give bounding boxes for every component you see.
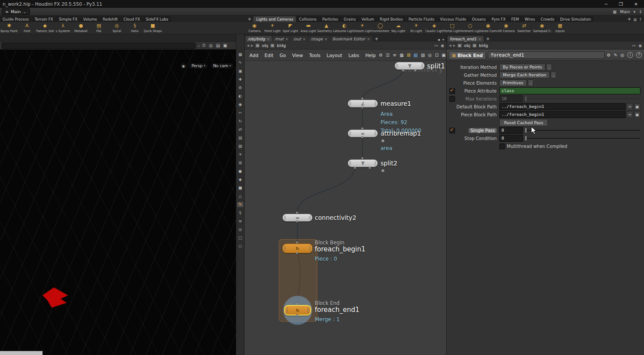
tree-view-icon[interactable]: ☰ <box>386 53 390 57</box>
pane-layout-icon[interactable]: ▦ <box>237 52 243 57</box>
tab-close-icon[interactable]: × <box>285 37 288 41</box>
connector-dot[interactable] <box>361 136 363 138</box>
shelf-tab[interactable]: Oceans <box>470 16 489 22</box>
sky-light-tool[interactable]: ☁ Sky Light <box>389 22 407 34</box>
shelf-help-icon[interactable]: ? <box>639 18 641 22</box>
prim-snap-icon[interactable]: ◆ <box>237 177 243 182</box>
tools-wrench-icon[interactable]: ⚙ <box>379 53 383 57</box>
connector-dot[interactable] <box>354 167 356 169</box>
shelf-tab[interactable]: Vellum <box>359 16 377 22</box>
search-icon[interactable]: ◎ <box>620 53 624 57</box>
paint-tool-icon[interactable]: ✎ <box>237 202 243 207</box>
connector-dot[interactable] <box>296 220 298 222</box>
shelf-tab[interactable]: Particle Fluids <box>406 16 437 22</box>
pane-split-icon[interactable]: ▪ <box>438 38 440 42</box>
shelf-tab[interactable]: Rigid Bodies <box>377 16 406 22</box>
tab-close-icon[interactable]: × <box>267 37 270 41</box>
connector-dot[interactable] <box>369 167 371 169</box>
network-canvas[interactable]: Geometry Y split1 ∠ <box>245 61 446 355</box>
shelf-tab[interactable]: Drive Simulation <box>558 16 594 22</box>
iteration-method-dropdown[interactable]: By Pieces or Points <box>499 64 545 71</box>
reset-view-icon[interactable]: ↻ <box>237 118 243 124</box>
max-iterations-checkbox[interactable] <box>449 96 455 102</box>
tab-close-icon[interactable]: × <box>324 37 327 41</box>
gi-light-tool[interactable]: ☀ GI Light <box>407 22 425 34</box>
connector-dot[interactable] <box>361 106 363 108</box>
gamepad-camera-tool[interactable]: ◉ Gamepad Camera <box>533 22 551 34</box>
volume-light-tool[interactable]: ◐ Volume Light <box>335 22 353 34</box>
node-split1[interactable]: Y <box>395 62 425 70</box>
normal-display-icon[interactable]: △ <box>237 194 243 199</box>
back-icon[interactable]: ◀ <box>449 44 451 47</box>
shelf-tab[interactable]: Particles <box>320 16 341 22</box>
view-set-icon[interactable]: ① <box>202 43 206 48</box>
dropdown-arrow-icon[interactable]: ⌄ <box>528 79 534 86</box>
frame-all-icon[interactable]: ⊡ <box>435 53 438 57</box>
op-jump-icon[interactable]: ↪ <box>626 103 633 110</box>
gear-presets-icon[interactable]: ⚙ <box>607 53 611 57</box>
forward-icon[interactable]: ▶ <box>251 44 253 47</box>
maximize-pane-icon[interactable]: ▣ <box>223 43 227 48</box>
minimize-button[interactable]: ─ <box>605 2 608 7</box>
piece-attribute-checkbox[interactable] <box>449 88 455 94</box>
max-iterations-field[interactable]: 10 <box>499 95 523 102</box>
shelf-tab[interactable]: Terrain FX <box>32 16 56 22</box>
shelf-tab[interactable]: Redshift <box>100 16 121 22</box>
node-foreach-end1[interactable]: ↻ <box>284 305 311 316</box>
caret-down-icon[interactable]: ⌄ <box>197 43 200 47</box>
menu-item[interactable]: Edit <box>261 53 276 58</box>
op-chooser-icon[interactable]: ▣ <box>634 111 640 118</box>
menu-item[interactable]: Tools <box>306 53 324 58</box>
main-desktop-dropdown[interactable]: ≡ Main ⌄ <box>2 8 30 15</box>
piece-block-path-field[interactable]: ../foreach_begin1 <box>499 111 626 118</box>
caret-down-icon[interactable]: ▾ <box>633 10 636 14</box>
grid-snap-icon[interactable]: ⊞ <box>407 53 410 57</box>
shelf-tab[interactable]: Guide Process <box>0 16 32 22</box>
piece-attribute-field[interactable]: class <box>499 87 640 94</box>
shelf-tab[interactable]: FEM <box>509 16 522 22</box>
maximize-button[interactable]: ❐ <box>619 2 623 7</box>
help-icon[interactable]: ? <box>636 52 642 58</box>
export-pane-icon[interactable]: ▣ <box>441 53 445 57</box>
pin-path-icon[interactable]: ↦ <box>633 43 636 48</box>
max-iterations-slider[interactable] <box>525 96 640 102</box>
single-pass-slider[interactable] <box>525 127 640 133</box>
shelf-tab[interactable]: Pyro FX <box>489 16 508 22</box>
breadcrumb-node[interactable]: bldg <box>277 43 286 48</box>
add-view-icon[interactable]: ✚ <box>237 77 243 82</box>
object-list-icon[interactable]: ▤ <box>237 135 243 140</box>
main-desktop-right-label[interactable]: Main <box>620 9 630 14</box>
node-name-input[interactable]: foreach_end1 <box>488 51 605 59</box>
connector-dot[interactable] <box>296 241 298 244</box>
back-icon[interactable]: ◀ <box>247 44 249 47</box>
node-label-foreach-end1[interactable]: foreach_end1 <box>315 306 359 314</box>
brush-icon[interactable]: ✎ <box>614 53 617 57</box>
font-tool[interactable]: A Font <box>18 22 36 34</box>
table-view-icon[interactable]: ▦ <box>399 53 403 57</box>
stop-condition-field[interactable]: 0 <box>499 135 523 142</box>
close-button[interactable]: ✕ <box>634 2 638 7</box>
add-param-tab-button[interactable]: + <box>484 36 492 42</box>
shape-palette-icon[interactable]: ▨ <box>421 53 425 57</box>
node-label-split2[interactable]: split2 <box>381 160 397 167</box>
op-chooser-icon[interactable]: ▣ <box>634 103 640 110</box>
multithread-checkbox[interactable] <box>499 143 505 149</box>
geometry-light-tool[interactable]: ▲ Geometry Light <box>317 22 335 34</box>
shelf-tab[interactable]: Grains <box>341 16 358 22</box>
node-label-attribremap1[interactable]: attribremap1 <box>381 130 421 137</box>
spray-paint-tool[interactable]: ✱ Spray Paint <box>0 22 18 34</box>
shade-mode-icon[interactable]: ◐ <box>237 93 243 99</box>
add-path-tab-button[interactable]: + <box>373 36 381 42</box>
snapshot-icon[interactable]: ◎ <box>209 43 213 48</box>
connector-dot[interactable] <box>402 69 404 72</box>
breadcrumb-root[interactable]: obj <box>464 43 470 48</box>
target-icon[interactable]: ◎ <box>237 227 243 232</box>
shelf-tab[interactable]: SideFX Labs <box>143 16 171 22</box>
node-split2[interactable]: Y <box>348 159 378 167</box>
viewport-canvas[interactable]: ● Persp ▾ No cam ▾ <box>0 50 236 355</box>
multi-snap-icon[interactable]: ■ <box>237 185 243 190</box>
frame-icon[interactable]: □ <box>237 235 243 240</box>
helix-tool[interactable]: § Helix <box>126 22 144 34</box>
node-label-split1[interactable]: split1 <box>427 62 445 70</box>
viewport-lock-icon[interactable]: ● <box>180 63 187 69</box>
